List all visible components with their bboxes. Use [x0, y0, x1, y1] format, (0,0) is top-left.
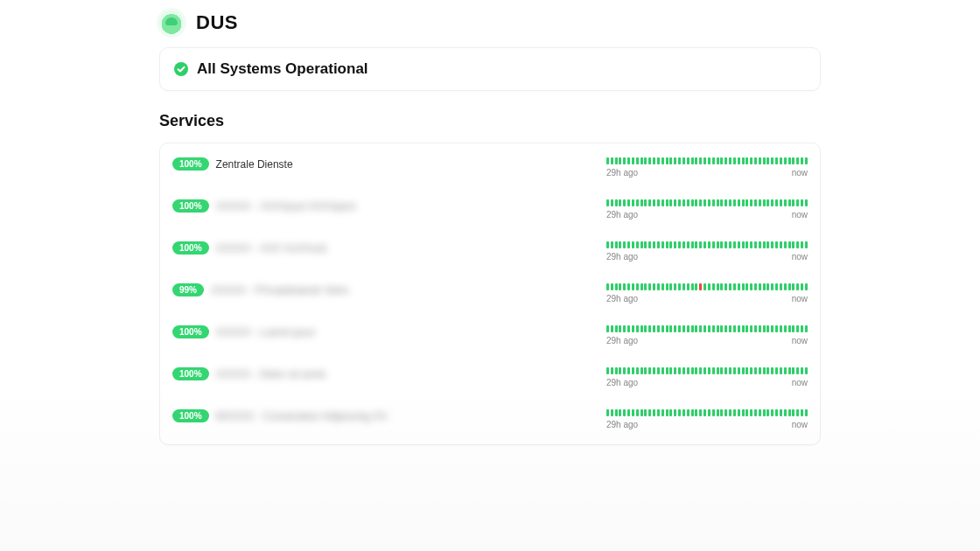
uptime-bar-segment	[632, 409, 634, 416]
uptime-bar-segment	[678, 199, 681, 206]
uptime-bar-segment	[623, 409, 626, 416]
uptime-bar-segment	[695, 283, 697, 290]
uptime-bar-segment	[640, 241, 643, 248]
uptime-bar-segment	[644, 157, 647, 164]
uptime-bar-segment	[784, 325, 787, 332]
uptime-bar-segment	[669, 157, 672, 164]
uptime-bar-segment	[788, 283, 791, 290]
service-name: XXXXX - PXvaddolandr Seim.	[211, 284, 351, 296]
uptime-bar-segment	[742, 409, 745, 416]
uptime-bar-segment	[738, 325, 740, 332]
uptime-bar-segment	[666, 157, 668, 164]
uptime-bar-segment	[669, 367, 672, 374]
service-row[interactable]: 99%XXXXX - PXvaddolandr Seim.29h agonow	[172, 273, 808, 315]
uptime-bar-segment	[619, 409, 621, 416]
uptime-bar-segment	[666, 199, 668, 206]
uptime-bar-segment	[724, 199, 727, 206]
uptime-bar-segment	[759, 283, 761, 290]
uptime-bar-segment	[750, 325, 752, 332]
service-row[interactable]: 100%XXXXX - Delor sit amet.29h agonow	[172, 357, 808, 399]
uptime-bar-segment	[805, 325, 808, 332]
service-row[interactable]: 100%Zentrale Dienste29h agonow	[172, 147, 808, 189]
uptime-bar-segment	[788, 199, 791, 206]
uptime-time-labels: 29h agonow	[606, 294, 808, 303]
service-name: XXXXX - Loeret ipsur	[216, 326, 316, 338]
uptime-bar-segment	[644, 325, 647, 332]
uptime-bar-segment	[733, 367, 736, 374]
uptime-bar-segment	[682, 241, 685, 248]
uptime-bar-segment	[669, 325, 672, 332]
uptime-bar-segment	[653, 325, 655, 332]
uptime-bar-segment	[766, 367, 769, 374]
uptime-bar-segment	[669, 409, 672, 416]
uptime-bar-segment	[615, 367, 618, 374]
service-row[interactable]: 100%XXXXX - XXX XsXXssit.29h agonow	[172, 231, 808, 273]
uptime-bar-segment	[699, 157, 702, 164]
service-row[interactable]: 100%WXXXX - Consectetur Adipiscing XV.29…	[172, 399, 808, 441]
uptime-bar-segment	[746, 241, 748, 248]
services-section-title: Services	[159, 112, 821, 130]
uptime-bar-segment	[699, 241, 702, 248]
uptime-bar-segment	[657, 283, 660, 290]
uptime-bar-segment	[746, 199, 748, 206]
uptime-bar-segment	[729, 409, 732, 416]
uptime-bar-segment	[674, 283, 676, 290]
uptime-bar-segment	[640, 325, 643, 332]
uptime-bar-segment	[805, 283, 808, 290]
uptime-bar-segment	[746, 325, 748, 332]
uptime-bar-segment	[611, 199, 613, 206]
uptime-bar-segment	[632, 199, 634, 206]
service-row[interactable]: 100%XXXXX - XXXXpsd XXXXpect29h agonow	[172, 189, 808, 231]
uptime-bar-segment	[759, 199, 761, 206]
uptime-bar-segment	[682, 409, 685, 416]
uptime-bar-segment	[771, 241, 774, 248]
uptime-bar-segment	[674, 409, 676, 416]
uptime-bar-segment	[759, 367, 761, 374]
uptime-bar-segment	[792, 199, 794, 206]
uptime-time-labels: 29h agonow	[606, 378, 808, 387]
uptime-bar-segment	[644, 367, 647, 374]
uptime-bar-segment	[717, 409, 719, 416]
uptime-bar-segment	[754, 157, 757, 164]
service-name: XXXXX - XXXXpsd XXXXpect	[216, 200, 356, 213]
uptime-bar-segment	[720, 409, 723, 416]
uptime-bar-segment	[704, 325, 706, 332]
uptime-bar-segment	[746, 283, 748, 290]
uptime-badge: 100%	[172, 157, 209, 171]
uptime-bar-segment	[708, 283, 710, 290]
uptime-bar-segment	[792, 283, 794, 290]
uptime-bar-segment	[640, 409, 643, 416]
uptime-bar-segment	[724, 283, 727, 290]
uptime-bar-segment	[619, 325, 621, 332]
uptime-bar-segment	[754, 325, 757, 332]
uptime-bars	[606, 199, 808, 206]
uptime-bar-segment	[720, 283, 723, 290]
uptime-bar-segment	[678, 241, 681, 248]
uptime-bar-segment	[750, 199, 752, 206]
uptime-bar-segment	[792, 367, 794, 374]
uptime-bar-segment	[623, 283, 626, 290]
uptime-bar-segment	[792, 241, 794, 248]
service-row[interactable]: 100%XXXXX - Loeret ipsur29h agonow	[172, 315, 808, 357]
uptime-bar-segment	[627, 325, 630, 332]
uptime-bar-segment	[746, 409, 748, 416]
uptime-bar-segment	[623, 241, 626, 248]
uptime-bar-segment	[632, 325, 634, 332]
uptime-bar-segment	[678, 367, 681, 374]
uptime-bar-segment	[733, 199, 736, 206]
uptime-bar-segment	[754, 199, 757, 206]
uptime-bars	[606, 409, 808, 416]
service-row-right: 29h agonow	[490, 325, 808, 345]
uptime-bar-segment	[796, 367, 799, 374]
uptime-bar-segment	[666, 283, 668, 290]
uptime-bar-segment	[640, 157, 643, 164]
uptime-bar-segment	[669, 199, 672, 206]
uptime-bars	[606, 157, 808, 164]
uptime-bar-segment	[606, 367, 609, 374]
uptime-bar-segment	[733, 283, 736, 290]
uptime-bar-segment	[724, 325, 727, 332]
uptime-bar-segment	[720, 241, 723, 248]
uptime-bar-segment	[648, 325, 651, 332]
uptime-bar-segment	[738, 199, 740, 206]
uptime-bar-segment	[788, 241, 791, 248]
